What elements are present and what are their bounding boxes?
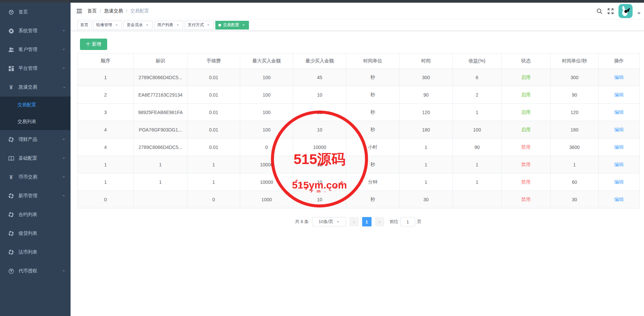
breadcrumb-item: 交易配置 (130, 8, 149, 14)
sidebar-item-label: 系统管理 (18, 28, 37, 34)
tag-label: 资金流水 (127, 22, 143, 28)
caret-down-icon[interactable] (637, 12, 641, 14)
cell-key: 1 (134, 173, 187, 191)
book-icon (7, 155, 15, 161)
cell-unit_seconds: 300 (551, 69, 599, 86)
sidebar-item-label: 法币列表 (18, 249, 37, 255)
edit-link[interactable]: 编辑 (614, 144, 624, 150)
sidebar-item-8[interactable]: 新币管理› (0, 187, 71, 205)
close-icon[interactable]: × (206, 23, 211, 28)
chevron-up-icon: › (61, 87, 66, 88)
tag-item[interactable]: 支付方式× (185, 21, 214, 30)
cell-fee: 0.01 (187, 121, 240, 139)
sidebar-item-3[interactable]: 平台管理› (0, 59, 71, 78)
cell-seq: 1 (78, 69, 134, 86)
prev-page-button[interactable]: ‹ (349, 217, 359, 226)
column-header-status: 状态 (502, 53, 551, 69)
edit-link[interactable]: 编辑 (614, 92, 624, 97)
add-button[interactable]: 十新增 (80, 39, 107, 50)
user-avatar[interactable] (618, 4, 633, 18)
column-header-fee: 手续费 (187, 53, 240, 69)
tag-item[interactable]: 用户列表× (154, 21, 183, 30)
sidebar-item-9[interactable]: 合约列表 (0, 205, 71, 224)
edit-link[interactable]: 编辑 (614, 127, 624, 132)
component-icon (7, 230, 15, 236)
cell-time: 180 (399, 121, 453, 139)
component-icon (7, 193, 15, 199)
fullscreen-icon[interactable] (607, 8, 614, 14)
column-header-unit_seconds: 时间单位/秒 (551, 53, 599, 69)
cell-min: 45 (293, 69, 346, 86)
cell-min: 10 (293, 191, 346, 208)
close-icon[interactable]: × (241, 23, 246, 28)
cell-seq: 4 (78, 139, 134, 156)
cell-action: 编辑 (599, 156, 640, 173)
tag-item[interactable]: 首页 (77, 21, 91, 30)
table-row: 2EA6E772163C291340.0110010秒902启用90编辑 (78, 86, 640, 104)
cell-unit: 秒 (346, 86, 399, 104)
status-badge: 启用 (521, 109, 531, 115)
users-icon (7, 47, 15, 53)
sidebar-item-4[interactable]: ¥急速交易› (0, 78, 71, 97)
tag-item[interactable]: 资金流水× (124, 21, 153, 30)
table-row: 42789C8066D4DC5...0.01010000小时190禁用3600编… (78, 139, 640, 156)
sidebar-item-1[interactable]: 系统管理› (0, 21, 71, 40)
next-page-button[interactable]: › (375, 217, 384, 226)
sidebar-item-10[interactable]: 借贷列表 (0, 224, 71, 243)
cell-min: 10 (293, 121, 346, 139)
cell-fee: 1 (187, 156, 240, 173)
sidebar-menu: 首页系统管理›客户管理›平台管理›¥急速交易›交易配置交易列表理财产品›基础配置… (0, 3, 71, 280)
sidebar-item-11[interactable]: 法币列表 (0, 243, 71, 262)
sidebar-item-7[interactable]: ¥币币交易› (0, 168, 71, 187)
close-icon[interactable]: × (145, 23, 149, 28)
tag-item[interactable]: 轮播管理× (93, 21, 122, 30)
sidebar-item-5[interactable]: 理财产品› (0, 130, 71, 149)
cell-key: 2789C8066D4DC5... (134, 69, 187, 86)
cell-key: 1 (134, 156, 187, 173)
sidebar-item-6[interactable]: 基础配置› (0, 149, 71, 168)
submenu-item[interactable]: 交易列表 (0, 113, 71, 130)
status-badge: 禁用 (521, 179, 531, 185)
hamburger-icon[interactable] (71, 8, 87, 14)
tag-label: 首页 (80, 22, 88, 28)
sidebar-item-2[interactable]: 客户管理› (0, 40, 71, 59)
tether-icon (7, 268, 15, 274)
submenu-item[interactable]: 交易配置 (0, 97, 71, 113)
breadcrumb-item[interactable]: 急速交易 (104, 8, 123, 14)
edit-link[interactable]: 编辑 (614, 197, 624, 202)
cell-action: 编辑 (599, 173, 640, 191)
pagination: 共 8 条 10条/页 ‹ 1 › 前往 页 (77, 217, 639, 226)
edit-link[interactable]: 编辑 (614, 109, 624, 115)
cell-time: 1 (399, 156, 453, 173)
cell-unit: 小时 (346, 139, 399, 156)
edit-link[interactable]: 编辑 (614, 179, 624, 185)
cell-status: 启用 (502, 104, 551, 121)
edit-link[interactable]: 编辑 (614, 162, 624, 167)
cell-min: 10 (293, 156, 346, 173)
sidebar-item-label: 币币交易 (18, 174, 37, 180)
navbar: 首页/急速交易/交易配置 (71, 3, 644, 19)
cell-max: 100 (240, 104, 293, 121)
table-row: 4POA76GF903DG1...0.0110010秒180100启用180编辑 (78, 121, 640, 139)
cell-action: 编辑 (599, 69, 640, 86)
breadcrumb-separator: / (126, 8, 127, 14)
gear-icon (7, 28, 15, 34)
breadcrumb-item[interactable]: 首页 (87, 8, 97, 14)
submenu: 交易配置交易列表 (0, 97, 71, 130)
cell-fee: 0.01 (187, 104, 240, 121)
chevron-down-icon: › (61, 139, 66, 140)
sidebar-item-0[interactable]: 首页 (0, 3, 71, 21)
column-header-unit: 时间单位 (346, 53, 399, 69)
close-icon[interactable]: × (114, 23, 119, 28)
search-icon[interactable] (596, 8, 603, 14)
page-size-select[interactable]: 10条/页 (312, 217, 346, 226)
sidebar-item-12[interactable]: 代币授权› (0, 262, 71, 280)
close-icon[interactable]: × (175, 23, 180, 28)
active-dot-icon (218, 24, 221, 27)
column-header-time: 时间 (399, 53, 453, 69)
page-number-1[interactable]: 1 (362, 217, 372, 226)
edit-link[interactable]: 编辑 (614, 74, 624, 80)
goto-page-suffix: 页 (417, 219, 422, 225)
goto-page-input[interactable] (400, 217, 415, 226)
tag-active[interactable]: 交易配置× (215, 21, 249, 30)
